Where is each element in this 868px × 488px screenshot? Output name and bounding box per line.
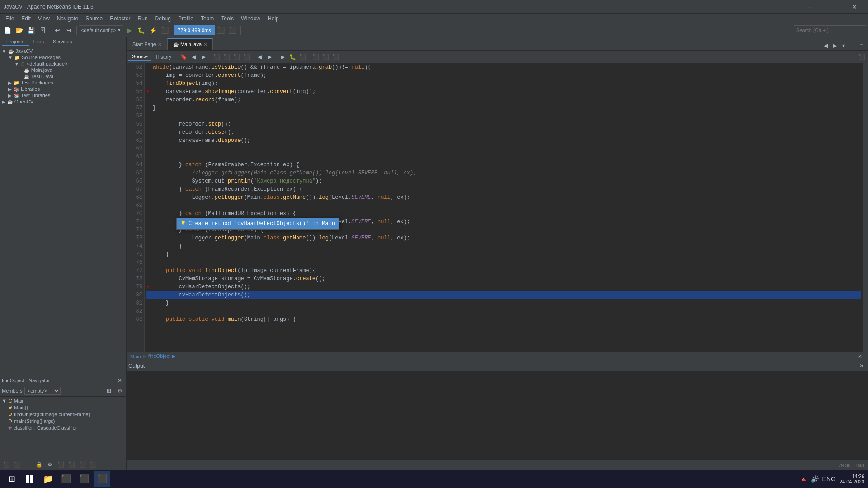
start-button[interactable]: ⊞ — [4, 471, 20, 487]
menu-edit[interactable]: Edit — [18, 14, 34, 23]
menu-window[interactable]: Window — [237, 14, 264, 23]
nav-tool-8[interactable]: ⬛ — [78, 460, 87, 469]
menu-debug[interactable]: Debug — [151, 14, 175, 23]
menu-team[interactable]: Team — [197, 14, 217, 23]
volume-tray-icon[interactable]: 🔊 — [811, 475, 819, 483]
undo-button[interactable]: ↩ — [52, 25, 63, 36]
forward-button[interactable]: ▶ — [265, 52, 274, 61]
menu-file[interactable]: File — [2, 14, 18, 23]
tab-files[interactable]: Files — [29, 38, 48, 46]
tree-item-test1-java[interactable]: ☕ Test1.java — [0, 73, 126, 80]
tasks-button[interactable]: ⬛ — [321, 52, 330, 61]
run-line-button[interactable]: ▶ — [278, 52, 287, 61]
debug-line-button[interactable]: 🐛 — [288, 52, 297, 61]
tab-scroll-left[interactable]: ◀ — [821, 41, 830, 50]
tab-main-java[interactable]: ☕ Main.java ✕ — [167, 38, 213, 50]
code-editor[interactable]: 52 53 54 55 56 57 58 59 60 61 62 63 64 6… — [127, 63, 863, 352]
toggle-bookmarks-button[interactable]: 🔖 — [179, 52, 188, 61]
run-stats-extra-2[interactable]: ⬛ — [227, 25, 238, 36]
stop-line-button[interactable]: ⬛ — [298, 52, 307, 61]
nav-item-classifier[interactable]: ◈ classifier : CascadeClassifier — [0, 424, 126, 431]
netbeans-button[interactable]: ⬛ — [94, 471, 110, 487]
next-error-button[interactable]: ⬛ — [232, 52, 241, 61]
close-button[interactable]: ✕ — [844, 0, 864, 14]
menu-view[interactable]: View — [34, 14, 53, 23]
tab-close-icon[interactable]: ✕ — [158, 42, 161, 47]
tab-list-button[interactable]: ▾ — [839, 41, 848, 50]
app-button-1[interactable]: ⬛ — [76, 471, 92, 487]
tab-minimize-button[interactable]: — — [848, 41, 857, 50]
redo-button[interactable]: ↪ — [64, 25, 75, 36]
save-button[interactable]: 💾 — [25, 25, 36, 36]
breadcrumb-findobject[interactable]: findObject ▶ — [148, 353, 176, 359]
nav-tool-2[interactable]: ⬛ — [13, 460, 22, 469]
debug-project-button[interactable]: 🐛 — [136, 25, 146, 36]
output-button[interactable]: ⬛ — [331, 52, 340, 61]
tree-item-javacv[interactable]: ▼ ☕ JavaCV — [0, 48, 126, 54]
breadcrumb-main[interactable]: Main — [130, 354, 141, 359]
run-project-button[interactable]: ▶ — [124, 25, 135, 36]
tree-item-source-packages[interactable]: ▼ 📁 Source Packages — [0, 54, 126, 61]
nav-close-button[interactable]: ✕ — [115, 376, 124, 385]
menu-run[interactable]: Run — [134, 14, 151, 23]
nav-item-constructor[interactable]: ⊕ Main() — [0, 404, 126, 411]
toggle-member-button[interactable]: ⬛ — [242, 52, 251, 61]
tab-projects[interactable]: Projects — [2, 38, 29, 46]
prev-error-button[interactable]: ⬛ — [222, 52, 231, 61]
menu-refactor[interactable]: Refactor — [106, 14, 134, 23]
menu-source[interactable]: Source — [82, 14, 106, 23]
lang-indicator[interactable]: ENG — [822, 475, 836, 483]
task-view-button[interactable] — [22, 471, 38, 487]
maximize-button[interactable]: □ — [822, 0, 842, 14]
tree-item-opencv[interactable]: ▶ ☕ OpenCV — [0, 99, 126, 105]
tab-scroll-right[interactable]: ▶ — [830, 41, 839, 50]
menu-help[interactable]: Help — [264, 14, 283, 23]
back-button[interactable]: ◀ — [255, 52, 264, 61]
menu-profile[interactable]: Profile — [175, 14, 197, 23]
nav-tool-3[interactable]: | — [24, 460, 33, 469]
toggle-breakpoints-button[interactable]: ⬛ — [212, 52, 221, 61]
next-bookmark-button[interactable]: ▶ — [199, 52, 208, 61]
nav-tool-4[interactable]: 🔒 — [34, 460, 43, 469]
autocomplete-popup[interactable]: 💡 Create method 'cvHaarDetectObjects()' … — [176, 218, 339, 230]
source-tab[interactable]: Source — [128, 53, 151, 61]
search-input[interactable] — [794, 25, 866, 35]
new-project-button[interactable]: 📄 — [2, 25, 13, 36]
run-stats-button[interactable]: 779:0-499:0ms — [174, 25, 214, 35]
nav-item-findobject[interactable]: ⊕ findObject(IplImage currentFrame) — [0, 411, 126, 418]
tab-maximize-button[interactable]: □ — [857, 41, 866, 50]
right-sidebar-button[interactable]: ⬛ — [857, 52, 866, 61]
nav-tool-7[interactable]: ⬛ — [67, 460, 76, 469]
panel-minimize-button[interactable]: — — [115, 38, 124, 47]
run-config-dropdown[interactable]: <default config> ▾ — [79, 25, 123, 35]
nav-tool-6[interactable]: ⬛ — [56, 460, 65, 469]
expand-editor-button[interactable]: ⬛ — [311, 52, 320, 61]
nav-tool-5[interactable]: ⚙ — [45, 460, 54, 469]
tree-item-libraries[interactable]: ▶ 📚 Libraries — [0, 86, 126, 92]
nav-tool-1[interactable]: ⬛ — [2, 460, 11, 469]
profile-project-button[interactable]: ⚡ — [147, 25, 158, 36]
tab-services[interactable]: Services — [48, 38, 76, 46]
tree-item-test-libraries[interactable]: ▶ 📚 Test Libraries — [0, 92, 126, 99]
nav-tool-9[interactable]: ⬛ — [89, 460, 98, 469]
clock-display[interactable]: 14:26 24.04.2020 — [840, 474, 864, 484]
tree-item-default-package[interactable]: ▼ ⬡ <default package> — [0, 61, 126, 67]
prev-bookmark-button[interactable]: ◀ — [189, 52, 198, 61]
code-content[interactable]: while(canvasFrame.isVisible() && (frame … — [145, 63, 863, 352]
nav-item-main[interactable]: ▼ C Main — [0, 398, 126, 404]
tree-item-main-java[interactable]: ☕ Main.java — [0, 67, 126, 73]
minimize-button[interactable]: ─ — [800, 0, 820, 14]
run-stats-extra-1[interactable]: ⬛ — [216, 25, 226, 36]
tab-start-page[interactable]: Start Page ✕ — [127, 38, 167, 50]
close-breadcrumb[interactable]: ✕ — [855, 352, 864, 361]
members-select[interactable]: <empty> — [24, 387, 61, 395]
nav-settings-button[interactable]: ⚙ — [115, 386, 124, 395]
file-explorer-button[interactable]: 📁 — [40, 471, 56, 487]
stop-button[interactable]: ⬛ — [159, 25, 170, 36]
tree-item-test-packages[interactable]: ▶ 📁 Test Packages — [0, 80, 126, 86]
browser-button[interactable]: ⬛ — [58, 471, 74, 487]
menu-tools[interactable]: Tools — [217, 14, 237, 23]
history-tab[interactable]: History — [152, 53, 175, 61]
tab-close-icon[interactable]: ✕ — [203, 42, 207, 47]
menu-navigate[interactable]: Navigate — [53, 14, 82, 23]
